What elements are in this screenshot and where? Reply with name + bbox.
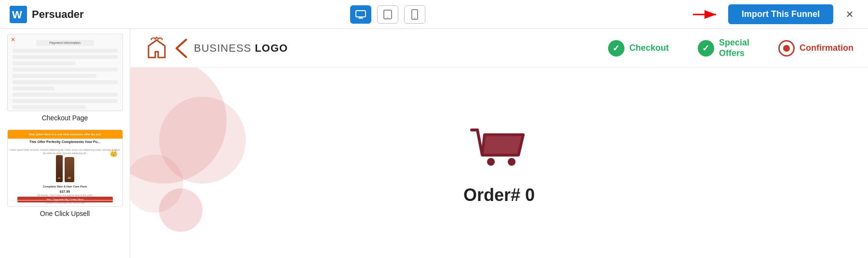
nav-steps: ✓ Checkout ✓ Special Offers Confirm — [608, 38, 854, 58]
upsell-thumbnail: Wait John! Here is a one time exclusive … — [7, 129, 123, 207]
blob4 — [130, 155, 183, 213]
sidebar-item-label-upsell: One Click Upsell — [40, 210, 90, 217]
svg-rect-4 — [358, 18, 363, 19]
special-offers-line2: Offers — [719, 48, 749, 59]
checkout-check-icon: ✓ — [608, 40, 624, 57]
special-offers-line1: Special — [719, 38, 749, 48]
payment-label: Payment Information — [49, 41, 81, 44]
import-funnel-button[interactable]: Import This Funnel — [728, 4, 833, 24]
upsell-offer-title: This Offer Perfectly Complements Your Pu… — [12, 140, 119, 144]
business-logo: BUSINESS LOGO — [145, 36, 288, 60]
svg-point-8 — [414, 17, 415, 18]
svg-point-13 — [508, 158, 515, 166]
svg-rect-3 — [359, 17, 362, 18]
close-x-icon: ✕ — [11, 36, 15, 43]
main-layout: ✕ Payment Information — [0, 29, 868, 258]
biz-logo-bold: LOGO — [251, 42, 288, 54]
biz-logo-text: BUSINESS LOGO — [194, 42, 288, 55]
sidebar-item-checkout[interactable]: ✕ Payment Information — [7, 34, 123, 122]
special-offers-check-icon: ✓ — [698, 40, 714, 57]
sidebar-item-label-checkout: Checkout Page — [42, 114, 88, 122]
biz-logo-plain: BUSINESS — [194, 42, 251, 54]
svg-text:W: W — [12, 9, 22, 21]
nav-step-confirmation[interactable]: Confirmation — [778, 40, 854, 57]
topbar-right: Import This Funnel × — [692, 4, 858, 24]
close-button[interactable]: × — [841, 6, 858, 23]
svg-point-6 — [387, 17, 388, 18]
nav-step-checkout[interactable]: ✓ Checkout — [608, 40, 669, 57]
shopping-cart-icon — [468, 120, 530, 173]
product-image: AB AB — [53, 153, 77, 182]
business-logo-icon — [145, 36, 169, 60]
topbar: W Persuader — [0, 0, 868, 29]
mobile-view-button[interactable] — [404, 5, 425, 24]
sidebar-item-upsell[interactable]: Wait John! Here is a one time exclusive … — [7, 129, 123, 217]
chevron-logo-icon — [173, 38, 190, 59]
sidebar: ✕ Payment Information — [0, 29, 130, 258]
w-logo-icon: W — [10, 6, 27, 23]
device-switcher — [84, 5, 692, 24]
nav-step-special-offers[interactable]: ✓ Special Offers — [698, 38, 749, 58]
background-blobs — [130, 68, 275, 258]
order-number: Order# 0 — [463, 185, 535, 205]
special-offers-step-label: Special Offers — [719, 38, 749, 58]
content-body: Order# 0 — [130, 68, 868, 258]
blob2 — [159, 97, 246, 184]
tablet-view-button[interactable] — [377, 5, 398, 24]
product-label: Complete Skin & Hair Care Pack — [8, 185, 122, 188]
cart-icon-area — [468, 120, 530, 175]
svg-point-12 — [487, 158, 495, 166]
logo-area: W Persuader — [10, 6, 84, 23]
checkout-step-label: Checkout — [629, 43, 669, 53]
app-name: Persuader — [32, 8, 84, 21]
content-nav: BUSINESS LOGO ✓ Checkout ✓ Special Offer… — [130, 29, 868, 68]
checkout-thumbnail: ✕ Payment Information — [7, 34, 123, 111]
confirmation-step-label: Confirmation — [800, 43, 854, 53]
upsell-bar-text: Wait John! Here is a one time exclusive … — [29, 133, 101, 136]
svg-rect-2 — [356, 11, 366, 17]
crown-icon: 👑 — [109, 149, 118, 157]
blob3 — [159, 188, 203, 232]
arrow-indicator — [692, 8, 720, 21]
product-price: $37.99 — [8, 190, 122, 193]
content-area: BUSINESS LOGO ✓ Checkout ✓ Special Offer… — [130, 29, 868, 258]
confirmation-radio-icon — [778, 40, 795, 57]
blob1 — [130, 68, 227, 184]
desktop-view-button[interactable] — [350, 5, 371, 24]
upsell-orange-bar: Wait John! Here is a one time exclusive … — [8, 130, 122, 139]
confirmation-radio-inner — [783, 45, 790, 52]
